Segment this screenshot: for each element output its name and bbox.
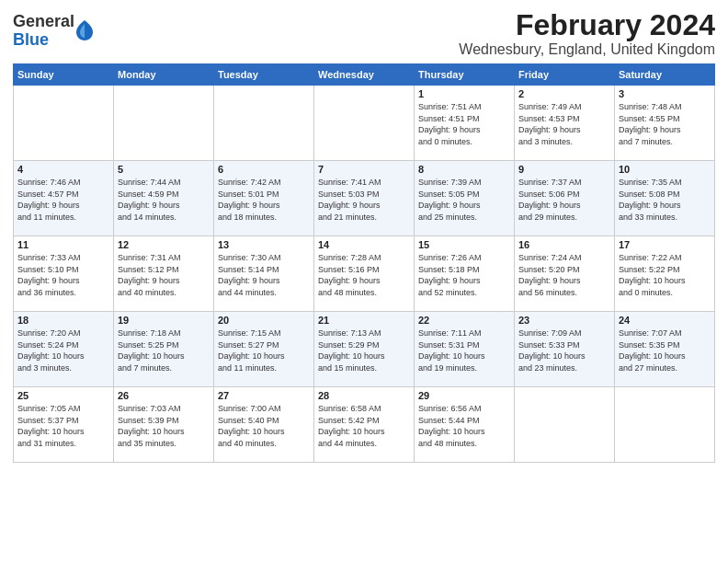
page-subtitle: Wednesbury, England, United Kingdom — [459, 41, 715, 58]
calendar-cell: 10Sunrise: 7:35 AM Sunset: 5:08 PM Dayli… — [615, 161, 715, 236]
day-info: Sunrise: 7:49 AM Sunset: 4:53 PM Dayligh… — [518, 101, 610, 147]
day-number: 26 — [118, 390, 210, 401]
day-number: 22 — [418, 315, 510, 326]
calendar-cell: 17Sunrise: 7:22 AM Sunset: 5:22 PM Dayli… — [615, 236, 715, 312]
day-number: 13 — [218, 239, 310, 250]
calendar-cell: 27Sunrise: 7:00 AM Sunset: 5:40 PM Dayli… — [214, 387, 314, 463]
day-info: Sunrise: 7:20 AM Sunset: 5:24 PM Dayligh… — [17, 327, 109, 373]
logo-icon — [76, 20, 93, 40]
calendar-cell: 15Sunrise: 7:26 AM Sunset: 5:18 PM Dayli… — [415, 236, 515, 312]
logo-blue: Blue — [13, 31, 74, 50]
day-number: 25 — [17, 390, 109, 401]
day-info: Sunrise: 7:48 AM Sunset: 4:55 PM Dayligh… — [619, 101, 711, 147]
calendar-cell: 22Sunrise: 7:11 AM Sunset: 5:31 PM Dayli… — [415, 312, 515, 387]
calendar-cell — [515, 387, 615, 463]
day-number: 10 — [619, 164, 711, 175]
calendar-cell: 23Sunrise: 7:09 AM Sunset: 5:33 PM Dayli… — [515, 312, 615, 387]
calendar-cell — [114, 86, 214, 161]
calendar-cell: 25Sunrise: 7:05 AM Sunset: 5:37 PM Dayli… — [14, 387, 114, 463]
col-wednesday: Wednesday — [314, 64, 415, 86]
logo: General Blue — [13, 13, 93, 50]
header-row: Sunday Monday Tuesday Wednesday Thursday… — [14, 64, 715, 86]
day-info: Sunrise: 6:58 AM Sunset: 5:42 PM Dayligh… — [318, 403, 410, 449]
day-number: 18 — [17, 315, 109, 326]
day-info: Sunrise: 7:30 AM Sunset: 5:14 PM Dayligh… — [218, 252, 310, 298]
calendar-cell: 6Sunrise: 7:42 AM Sunset: 5:01 PM Daylig… — [214, 161, 314, 236]
col-thursday: Thursday — [415, 64, 515, 86]
day-number: 2 — [518, 88, 610, 99]
title-block: February 2024 Wednesbury, England, Unite… — [459, 9, 715, 58]
day-number: 17 — [619, 239, 711, 250]
day-number: 7 — [318, 164, 410, 175]
day-info: Sunrise: 7:11 AM Sunset: 5:31 PM Dayligh… — [418, 327, 510, 373]
calendar-cell: 7Sunrise: 7:41 AM Sunset: 5:03 PM Daylig… — [314, 161, 415, 236]
calendar-cell: 24Sunrise: 7:07 AM Sunset: 5:35 PM Dayli… — [615, 312, 715, 387]
calendar-cell: 16Sunrise: 7:24 AM Sunset: 5:20 PM Dayli… — [515, 236, 615, 312]
day-info: Sunrise: 7:46 AM Sunset: 4:57 PM Dayligh… — [17, 177, 109, 223]
calendar-cell: 2Sunrise: 7:49 AM Sunset: 4:53 PM Daylig… — [515, 86, 615, 161]
calendar-cell: 18Sunrise: 7:20 AM Sunset: 5:24 PM Dayli… — [14, 312, 114, 387]
calendar-cell: 12Sunrise: 7:31 AM Sunset: 5:12 PM Dayli… — [114, 236, 214, 312]
calendar-cell: 9Sunrise: 7:37 AM Sunset: 5:06 PM Daylig… — [515, 161, 615, 236]
day-number: 11 — [17, 239, 109, 250]
calendar-table: Sunday Monday Tuesday Wednesday Thursday… — [13, 63, 715, 463]
calendar-cell: 19Sunrise: 7:18 AM Sunset: 5:25 PM Dayli… — [114, 312, 214, 387]
day-info: Sunrise: 7:44 AM Sunset: 4:59 PM Dayligh… — [118, 177, 210, 223]
day-info: Sunrise: 6:56 AM Sunset: 5:44 PM Dayligh… — [418, 403, 510, 449]
day-number: 8 — [418, 164, 510, 175]
day-number: 1 — [418, 88, 510, 99]
day-info: Sunrise: 7:09 AM Sunset: 5:33 PM Dayligh… — [518, 327, 610, 373]
calendar-cell: 29Sunrise: 6:56 AM Sunset: 5:44 PM Dayli… — [415, 387, 515, 463]
day-number: 15 — [418, 239, 510, 250]
day-number: 28 — [318, 390, 410, 401]
day-number: 19 — [118, 315, 210, 326]
day-info: Sunrise: 7:37 AM Sunset: 5:06 PM Dayligh… — [518, 177, 610, 223]
col-saturday: Saturday — [615, 64, 715, 86]
day-info: Sunrise: 7:18 AM Sunset: 5:25 PM Dayligh… — [118, 327, 210, 373]
calendar-cell — [214, 86, 314, 161]
day-info: Sunrise: 7:24 AM Sunset: 5:20 PM Dayligh… — [518, 252, 610, 298]
calendar-cell: 5Sunrise: 7:44 AM Sunset: 4:59 PM Daylig… — [114, 161, 214, 236]
day-number: 14 — [318, 239, 410, 250]
calendar-week-5: 25Sunrise: 7:05 AM Sunset: 5:37 PM Dayli… — [14, 387, 715, 463]
calendar-cell: 11Sunrise: 7:33 AM Sunset: 5:10 PM Dayli… — [14, 236, 114, 312]
calendar-cell: 1Sunrise: 7:51 AM Sunset: 4:51 PM Daylig… — [415, 86, 515, 161]
day-number: 9 — [518, 164, 610, 175]
day-info: Sunrise: 7:39 AM Sunset: 5:05 PM Dayligh… — [418, 177, 510, 223]
calendar-cell — [615, 387, 715, 463]
day-info: Sunrise: 7:22 AM Sunset: 5:22 PM Dayligh… — [619, 252, 711, 298]
day-info: Sunrise: 7:07 AM Sunset: 5:35 PM Dayligh… — [619, 327, 711, 373]
col-friday: Friday — [515, 64, 615, 86]
day-info: Sunrise: 7:51 AM Sunset: 4:51 PM Dayligh… — [418, 101, 510, 147]
calendar-cell: 28Sunrise: 6:58 AM Sunset: 5:42 PM Dayli… — [314, 387, 415, 463]
calendar-cell: 13Sunrise: 7:30 AM Sunset: 5:14 PM Dayli… — [214, 236, 314, 312]
day-number: 21 — [318, 315, 410, 326]
day-info: Sunrise: 7:26 AM Sunset: 5:18 PM Dayligh… — [418, 252, 510, 298]
day-number: 3 — [619, 88, 711, 99]
day-number: 4 — [17, 164, 109, 175]
day-info: Sunrise: 7:28 AM Sunset: 5:16 PM Dayligh… — [318, 252, 410, 298]
calendar-cell: 8Sunrise: 7:39 AM Sunset: 5:05 PM Daylig… — [415, 161, 515, 236]
day-info: Sunrise: 7:15 AM Sunset: 5:27 PM Dayligh… — [218, 327, 310, 373]
day-number: 23 — [518, 315, 610, 326]
day-number: 20 — [218, 315, 310, 326]
day-number: 27 — [218, 390, 310, 401]
page-title: February 2024 — [459, 9, 715, 41]
day-number: 6 — [218, 164, 310, 175]
calendar-cell: 26Sunrise: 7:03 AM Sunset: 5:39 PM Dayli… — [114, 387, 214, 463]
day-info: Sunrise: 7:33 AM Sunset: 5:10 PM Dayligh… — [17, 252, 109, 298]
calendar-cell — [314, 86, 415, 161]
calendar-cell: 21Sunrise: 7:13 AM Sunset: 5:29 PM Dayli… — [314, 312, 415, 387]
calendar-week-1: 1Sunrise: 7:51 AM Sunset: 4:51 PM Daylig… — [14, 86, 715, 161]
day-number: 5 — [118, 164, 210, 175]
calendar-cell: 4Sunrise: 7:46 AM Sunset: 4:57 PM Daylig… — [14, 161, 114, 236]
page-container: General Blue February 2024 Wednesbury, E… — [0, 0, 728, 470]
calendar-cell: 20Sunrise: 7:15 AM Sunset: 5:27 PM Dayli… — [214, 312, 314, 387]
header: General Blue February 2024 Wednesbury, E… — [13, 9, 715, 58]
day-info: Sunrise: 7:35 AM Sunset: 5:08 PM Dayligh… — [619, 177, 711, 223]
day-info: Sunrise: 7:00 AM Sunset: 5:40 PM Dayligh… — [218, 403, 310, 449]
day-number: 24 — [619, 315, 711, 326]
day-number: 12 — [118, 239, 210, 250]
calendar-week-3: 11Sunrise: 7:33 AM Sunset: 5:10 PM Dayli… — [14, 236, 715, 312]
calendar-cell: 14Sunrise: 7:28 AM Sunset: 5:16 PM Dayli… — [314, 236, 415, 312]
